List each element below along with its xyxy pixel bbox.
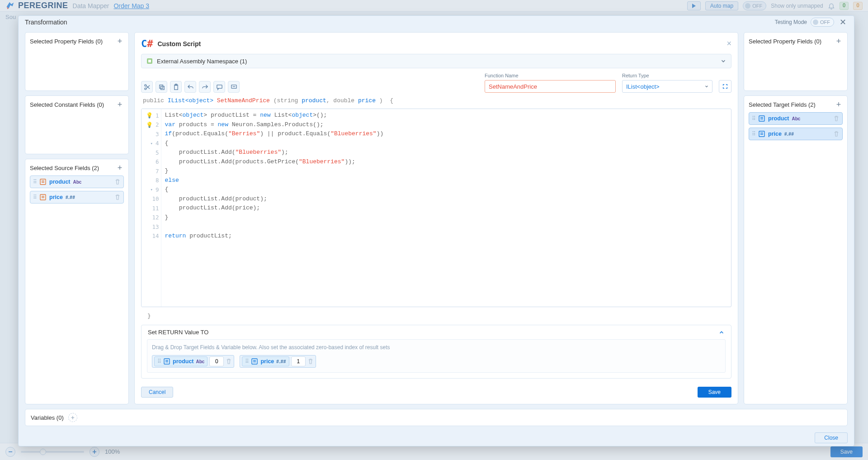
code-gutter: 💡1 💡2 3 ▾4 5 6 7 8 ▾9 10 11 12 13 14 xyxy=(142,109,161,307)
field-name: price xyxy=(49,194,63,200)
cut-button[interactable] xyxy=(141,81,153,93)
source-schema-icon xyxy=(39,178,47,185)
trash-icon[interactable] xyxy=(833,115,840,122)
trash-icon[interactable] xyxy=(307,358,314,365)
target-schema-icon xyxy=(758,130,765,138)
chevron-up-icon xyxy=(718,329,725,336)
add-target-button[interactable]: + xyxy=(835,100,843,109)
index-input[interactable] xyxy=(209,356,224,366)
svg-rect-13 xyxy=(252,359,257,364)
target-schema-icon xyxy=(163,358,170,365)
uncomment-button[interactable] xyxy=(228,81,240,93)
add-const-button[interactable]: + xyxy=(116,100,124,109)
svg-rect-12 xyxy=(164,359,170,364)
return-hint: Drag & Drop Target Fields & Variable bel… xyxy=(152,344,721,351)
field-name: price xyxy=(260,358,274,365)
undo-icon xyxy=(187,84,194,90)
svg-rect-14 xyxy=(759,116,764,121)
fullscreen-button[interactable] xyxy=(719,80,731,93)
transformation-modal: Transformation Testing Mode OFF ✕ Select… xyxy=(18,15,854,446)
drag-handle-icon[interactable]: ⠿ xyxy=(752,133,755,135)
svg-rect-15 xyxy=(759,131,764,137)
modal-close-button[interactable]: ✕ xyxy=(838,17,848,27)
testing-mode-label: Testing Mode xyxy=(775,19,807,25)
return-mapping-price[interactable]: ⠿ price #.## xyxy=(240,355,316,368)
scissors-icon xyxy=(144,84,151,90)
cancel-button[interactable]: Cancel xyxy=(141,387,173,398)
redo-icon xyxy=(202,84,208,90)
function-name-label: Function Name xyxy=(485,73,616,78)
clipboard-icon xyxy=(173,84,179,90)
type-badge: #.## xyxy=(784,132,794,137)
uncomment-icon xyxy=(231,84,237,90)
fold-icon[interactable]: ▾ xyxy=(151,187,153,192)
return-type-select[interactable] xyxy=(622,80,712,93)
paste-button[interactable] xyxy=(170,81,182,93)
script-close-button[interactable]: × xyxy=(726,39,731,48)
assembly-icon xyxy=(146,57,153,65)
code-editor[interactable]: 💡1 💡2 3 ▾4 5 6 7 8 ▾9 10 11 12 13 14 xyxy=(141,109,731,307)
type-badge: Abc xyxy=(792,116,801,121)
testing-mode-toggle[interactable]: OFF xyxy=(811,18,834,27)
svg-rect-6 xyxy=(159,85,163,88)
target-field-product[interactable]: ⠿ product Abc xyxy=(749,112,843,125)
lightbulb-icon[interactable]: 💡 xyxy=(146,122,153,128)
close-button[interactable]: Close xyxy=(815,432,848,443)
function-signature: public IList<object> SetNameAndPrice (st… xyxy=(141,97,731,104)
svg-rect-1 xyxy=(40,194,46,200)
source-field-product[interactable]: ⠿ product Abc xyxy=(30,175,124,188)
svg-rect-7 xyxy=(160,86,164,90)
trash-icon[interactable] xyxy=(226,358,232,365)
field-name: product xyxy=(49,179,71,185)
drag-handle-icon[interactable]: ⠿ xyxy=(33,180,37,183)
trash-icon[interactable] xyxy=(114,179,121,185)
sel-prop-right-title: Selected Property Fields (0) xyxy=(749,38,821,45)
trash-icon[interactable] xyxy=(114,194,121,200)
svg-rect-3 xyxy=(148,60,151,62)
trash-icon[interactable] xyxy=(833,131,840,137)
source-schema-icon xyxy=(39,194,47,201)
testing-mode-state: OFF xyxy=(820,19,830,25)
svg-point-5 xyxy=(144,84,146,86)
variables-panel: Variables (0) + xyxy=(25,409,848,426)
source-field-price[interactable]: ⠿ price #.## xyxy=(30,191,124,204)
copy-icon xyxy=(158,84,165,90)
type-badge: #.## xyxy=(276,359,286,364)
type-badge: Abc xyxy=(73,180,82,185)
return-panel-header[interactable]: Set RETURN Value TO xyxy=(142,325,731,339)
undo-button[interactable] xyxy=(184,81,196,93)
return-value-panel: Set RETURN Value TO Drag & Drop Target F… xyxy=(141,325,731,379)
add-source-button[interactable]: + xyxy=(116,164,124,172)
lightbulb-icon[interactable]: 💡 xyxy=(146,112,153,119)
expand-icon xyxy=(722,83,728,90)
drag-handle-icon[interactable]: ⠿ xyxy=(33,196,37,199)
comment-button[interactable] xyxy=(213,81,225,93)
save-button[interactable]: Save xyxy=(698,387,731,398)
svg-rect-0 xyxy=(40,179,46,185)
add-prop-right-button[interactable]: + xyxy=(835,37,843,45)
target-field-price[interactable]: ⠿ price #.## xyxy=(749,128,843,140)
return-panel-title: Set RETURN Value TO xyxy=(148,329,208,336)
script-title: Custom Script xyxy=(158,40,201,47)
add-prop-left-button[interactable]: + xyxy=(116,37,124,45)
index-input[interactable] xyxy=(291,356,306,366)
assembly-namespace-bar[interactable]: External Assembly Namespace (1) xyxy=(141,54,731,68)
add-variable-button[interactable]: + xyxy=(68,413,77,422)
drag-handle-icon[interactable]: ⠿ xyxy=(752,117,755,120)
code-content[interactable]: List<object> productList = new List<obje… xyxy=(161,109,731,307)
copy-button[interactable] xyxy=(156,81,167,93)
fold-icon[interactable]: ▾ xyxy=(151,141,153,146)
sel-target-title: Selected Target Fields (2) xyxy=(749,101,816,108)
closing-brace: } xyxy=(141,312,731,320)
drag-handle-icon[interactable]: ⠿ xyxy=(245,360,249,363)
comment-icon xyxy=(216,84,223,90)
drag-handle-icon[interactable]: ⠿ xyxy=(157,360,161,363)
return-type-label: Return Type xyxy=(622,73,712,78)
function-name-input[interactable] xyxy=(485,80,616,93)
modal-title: Transformation xyxy=(25,19,67,26)
chevron-down-icon xyxy=(720,58,726,64)
svg-point-4 xyxy=(144,88,146,90)
return-mapping-product[interactable]: ⠿ product Abc xyxy=(152,355,234,368)
redo-button[interactable] xyxy=(199,81,211,93)
field-name: product xyxy=(173,358,194,365)
